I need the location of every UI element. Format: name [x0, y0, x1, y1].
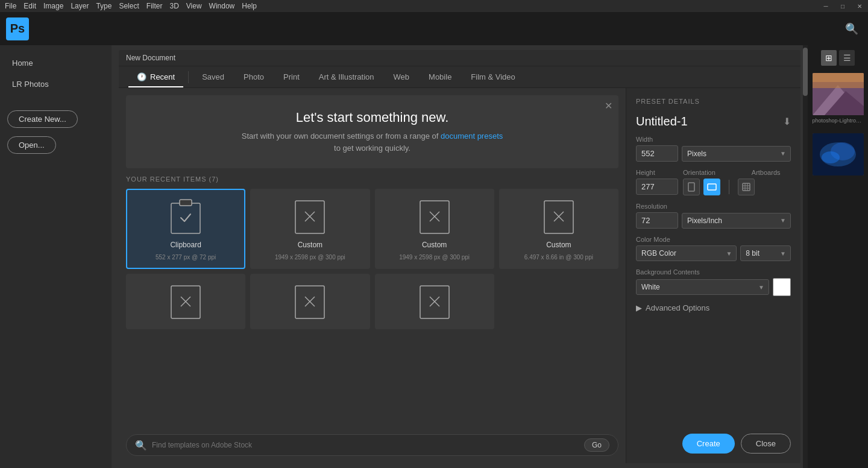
color-mode-label: Color Mode	[636, 236, 791, 243]
doc-item-3[interactable]: Custom 6.497 x 8.66 in @ 300 ppi	[499, 189, 618, 269]
title-bar: Ps 🔍	[0, 12, 868, 45]
doc-icon-6	[418, 282, 451, 321]
tab-web[interactable]: Web	[385, 66, 418, 87]
svg-rect-22	[743, 183, 750, 191]
sidebar-item-lr-photos[interactable]: LR Photos	[7, 76, 104, 92]
grid-view-button[interactable]: ⊞	[821, 50, 837, 66]
doc-icon-4	[169, 282, 203, 321]
doc-icon-2	[418, 197, 451, 236]
svg-rect-0	[171, 203, 200, 233]
tab-recent[interactable]: 🕐 Recent	[128, 66, 183, 87]
menu-window[interactable]: Window	[209, 2, 235, 10]
chevron-right-icon: ▶	[636, 303, 642, 312]
doc-icon-0	[169, 197, 203, 236]
bg-color-swatch[interactable]	[773, 278, 791, 296]
sidebar: Home LR Photos Create New... Open...	[0, 45, 112, 468]
create-button[interactable]: Create	[682, 434, 735, 454]
document-presets-link[interactable]: document presets	[441, 131, 503, 141]
bit-depth-select[interactable]: 8 bit 16 bit 32 bit	[740, 245, 791, 261]
menu-help[interactable]: Help	[242, 2, 257, 10]
close-button[interactable]: Close	[741, 434, 791, 454]
orient-controls	[683, 179, 781, 195]
bg-row: White Black Background Color Transparent…	[636, 278, 791, 296]
bg-contents-select[interactable]: White Black Background Color Transparent	[636, 279, 769, 295]
list-view-button[interactable]: ☰	[839, 50, 855, 66]
doc-name-0: Clipboard	[170, 241, 201, 249]
maximize-button[interactable]: □	[834, 0, 851, 12]
tab-photo[interactable]: Photo	[235, 66, 272, 87]
search-input[interactable]	[152, 441, 579, 449]
menu-image[interactable]: Image	[43, 2, 63, 10]
search-icon-small: 🔍	[135, 440, 147, 451]
menu-filter[interactable]: Filter	[146, 2, 163, 10]
tab-mobile[interactable]: Mobile	[420, 66, 460, 87]
advanced-options-row[interactable]: ▶ Advanced Options	[636, 303, 791, 312]
doc-item-2[interactable]: Custom 1949 x 2598 px @ 300 ppi	[375, 189, 494, 269]
resolution-input[interactable]	[636, 212, 678, 229]
minimize-button[interactable]: ─	[817, 0, 834, 12]
resolution-field: Resolution Pixels/Inch Pixels/cm ▼	[636, 203, 791, 229]
recent-header: YOUR RECENT ITEMS (7)	[126, 176, 618, 183]
open-button[interactable]: Open...	[7, 136, 56, 154]
welcome-desc: Start with your own document settings or…	[138, 130, 606, 154]
bg-contents-label: Background Contents	[636, 268, 791, 276]
svg-rect-31	[813, 73, 864, 82]
doc-item-6[interactable]	[375, 274, 494, 329]
landscape-button[interactable]	[703, 179, 720, 195]
menu-type[interactable]: Type	[96, 2, 112, 10]
menu-view[interactable]: View	[186, 2, 202, 10]
doc-icon-1	[293, 197, 327, 236]
height-field: Height	[636, 169, 678, 195]
dialog-title: New Document	[119, 50, 800, 66]
sidebar-item-home[interactable]: Home	[7, 55, 104, 71]
resolution-unit-select[interactable]: Pixels/Inch Pixels/cm	[682, 213, 791, 229]
go-button[interactable]: Go	[584, 438, 609, 452]
doc-item-4[interactable]	[126, 274, 245, 329]
tab-art-illustration[interactable]: Art & Illustration	[310, 66, 383, 87]
svg-rect-21	[708, 184, 716, 190]
height-input[interactable]	[636, 179, 678, 195]
menu-file[interactable]: File	[5, 2, 16, 10]
width-unit-select[interactable]: Pixels Inches cm	[682, 146, 791, 162]
color-mode-field: Color Mode RGB Color CMYK Color Grayscal…	[636, 236, 791, 261]
artboard-button[interactable]	[738, 179, 755, 195]
width-input-row: Pixels Inches cm ▼	[636, 145, 791, 162]
thumbnail-1[interactable]	[813, 73, 864, 115]
items-grid-top: Clipboard 552 x 277 px @ 72 ppi	[126, 189, 618, 269]
svg-rect-20	[688, 183, 694, 191]
doc-name-1: Custom	[298, 241, 322, 249]
tab-film-video[interactable]: Film & Video	[462, 66, 523, 87]
content-area: New Document 🕐 Recent Saved Photo Print …	[112, 45, 808, 468]
doc-size-0: 552 x 277 px @ 72 ppi	[156, 254, 216, 261]
menu-bar: File Edit Image Layer Type Select Filter…	[0, 0, 868, 12]
items-grid-bottom	[126, 274, 618, 329]
doc-item-5[interactable]	[250, 274, 370, 329]
color-mode-select-wrap: RGB Color CMYK Color Grayscale ▼	[636, 245, 737, 261]
width-input[interactable]	[636, 145, 678, 162]
doc-size-2: 1949 x 2598 px @ 300 ppi	[399, 254, 470, 261]
doc-item-1[interactable]: Custom 1949 x 2598 px @ 300 ppi	[250, 189, 370, 269]
color-mode-select[interactable]: RGB Color CMYK Color Grayscale	[636, 245, 737, 261]
doc-icon-5	[293, 282, 327, 321]
close-window-button[interactable]: ✕	[851, 0, 868, 12]
portrait-button[interactable]	[683, 179, 700, 195]
resolution-unit-select-wrap: Pixels/Inch Pixels/cm ▼	[682, 213, 791, 229]
menu-3d[interactable]: 3D	[169, 2, 178, 10]
doc-item-0[interactable]: Clipboard 552 x 277 px @ 72 ppi	[126, 189, 245, 269]
doc-icon-3	[542, 197, 576, 236]
close-banner-button[interactable]: ✕	[605, 100, 612, 112]
menu-layer[interactable]: Layer	[71, 2, 89, 10]
tab-print[interactable]: Print	[275, 66, 308, 87]
vertical-scrollbar[interactable]	[803, 45, 808, 468]
menu-edit[interactable]: Edit	[24, 2, 36, 10]
create-new-button[interactable]: Create New...	[7, 110, 78, 128]
search-icon[interactable]: 🔍	[845, 22, 858, 36]
right-panel: ⊞ ☰ photoshop-Lightroo...	[808, 45, 868, 468]
search-bar: 🔍 Go	[126, 434, 618, 456]
thumbnail-2[interactable]	[813, 133, 864, 176]
advanced-options-label: Advanced Options	[646, 303, 709, 312]
tab-saved[interactable]: Saved	[193, 66, 233, 87]
save-preset-icon[interactable]: ⬇	[783, 116, 791, 127]
menu-select[interactable]: Select	[119, 2, 139, 10]
scrollbar-thumb[interactable]	[803, 48, 808, 96]
